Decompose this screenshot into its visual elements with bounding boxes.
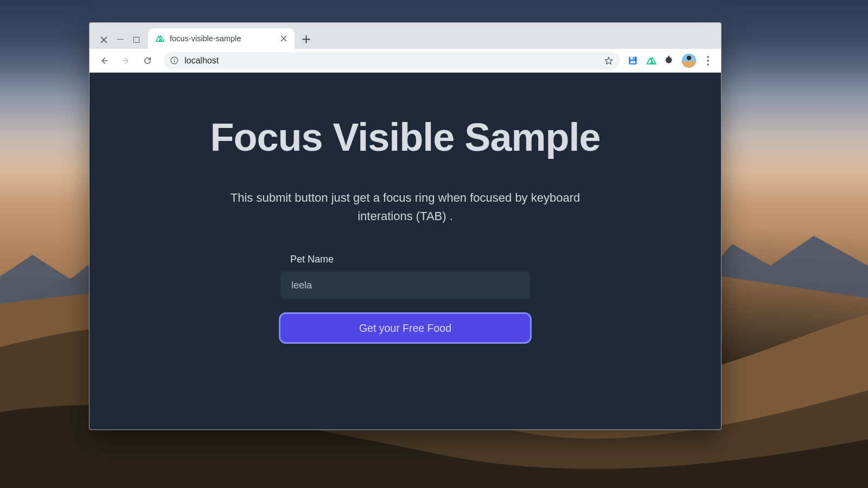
pet-name-input[interactable] bbox=[280, 272, 530, 299]
bookmark-star-icon[interactable] bbox=[604, 56, 614, 66]
tab-title: focus-visible-sample bbox=[170, 34, 275, 43]
browser-window: focus-visible-sample localhost bbox=[89, 22, 722, 430]
svg-point-7 bbox=[707, 56, 709, 58]
tab-strip: focus-visible-sample bbox=[90, 23, 721, 49]
extensions-puzzle-icon[interactable] bbox=[664, 55, 674, 66]
save-disk-icon[interactable] bbox=[628, 55, 638, 66]
sample-form: Pet Name Get your Free Food bbox=[280, 254, 530, 342]
page-content: Focus Visible Sample This submit button … bbox=[90, 73, 721, 429]
forward-button[interactable] bbox=[117, 52, 135, 70]
svg-rect-6 bbox=[630, 61, 636, 63]
svg-point-8 bbox=[707, 60, 709, 62]
window-maximize-button[interactable] bbox=[133, 37, 139, 43]
extension-icons bbox=[627, 54, 716, 68]
window-minimize-button[interactable] bbox=[117, 39, 124, 40]
browser-toolbar: localhost bbox=[90, 49, 721, 73]
back-button[interactable] bbox=[95, 52, 113, 70]
reload-button[interactable] bbox=[138, 52, 157, 70]
nuxt-extension-icon[interactable] bbox=[646, 55, 656, 66]
page-heading: Focus Visible Sample bbox=[210, 115, 601, 159]
window-close-button[interactable] bbox=[100, 36, 107, 43]
profile-avatar[interactable] bbox=[682, 54, 696, 68]
page-description: This submit button just get a focus ring… bbox=[210, 189, 601, 226]
window-controls bbox=[94, 36, 148, 49]
nuxt-icon bbox=[155, 34, 164, 43]
svg-point-9 bbox=[707, 63, 709, 66]
url-text: localhost bbox=[184, 56, 598, 66]
pet-name-label: Pet Name bbox=[290, 254, 530, 265]
address-bar[interactable]: localhost bbox=[163, 52, 620, 69]
svg-rect-5 bbox=[633, 57, 634, 59]
site-info-icon[interactable] bbox=[170, 56, 179, 65]
browser-tab[interactable]: focus-visible-sample bbox=[148, 28, 295, 49]
svg-rect-2 bbox=[174, 60, 175, 62]
browser-menu-button[interactable] bbox=[704, 56, 712, 66]
svg-point-1 bbox=[174, 59, 175, 60]
new-tab-button[interactable] bbox=[295, 35, 318, 49]
submit-button[interactable]: Get your Free Food bbox=[280, 314, 530, 342]
tab-close-button[interactable] bbox=[280, 35, 287, 42]
